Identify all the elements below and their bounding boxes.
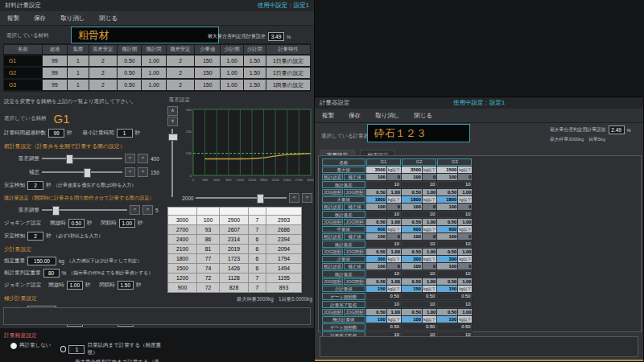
threshold-cell[interactable]: 1800 [437,196,457,203]
value-cell[interactable]: 10 [366,270,401,278]
value-cell[interactable]: 1.00 [423,249,436,255]
value-cell[interactable]: 0 [423,174,436,180]
value-cell[interactable]: 0.50 [366,278,386,285]
correction-slider[interactable] [42,171,122,173]
menu-item[interactable]: 複製 [315,112,341,120]
threshold-cell[interactable]: 1500 [437,167,457,173]
value-cell[interactable]: 0 [458,174,472,180]
small-weight-input[interactable]: 150.00 [27,257,56,265]
value-cell[interactable]: 1.00 [387,309,401,315]
value-cell[interactable]: 0.50 [402,249,422,255]
weigh-row[interactable]: 120072112871195 [168,274,302,283]
x-position-slider[interactable] [196,197,287,199]
value-cell[interactable]: 1.00 [423,189,436,195]
value-cell[interactable]: 10 [402,270,436,278]
value-cell[interactable]: 0 [458,263,472,269]
weigh-row[interactable]: 210081201962094 [168,245,302,254]
weigh-row[interactable]: 900728287893 [168,283,302,293]
value-cell[interactable]: 100 [366,233,386,240]
threshold-cell[interactable]: 1800 [366,196,386,203]
value-cell[interactable]: 0 [423,204,436,210]
value-cell[interactable]: 10 [437,270,472,278]
weigh-row[interactable]: 270093260772686 [168,225,302,235]
threshold-cell[interactable]: 300 [402,256,422,262]
value-cell[interactable]: 10 [402,181,436,188]
weigher-name-input[interactable]: 砕石１２３ [367,124,470,142]
menu-item[interactable]: 保存 [341,112,368,120]
threshold-cell[interactable]: 100 [366,316,386,323]
value-cell[interactable]: 1.00 [387,219,401,225]
material-row[interactable]: G399120.501.0021501.001.501回量の設定 [4,80,310,90]
weigh-row[interactable]: 180077172361794 [168,254,302,264]
chevron-up-icon[interactable]: ∧ [167,106,178,116]
value-cell[interactable]: 0.50 [402,219,422,225]
threshold-cell[interactable]: 3500 [366,167,386,173]
value-cell[interactable]: 1.00 [458,219,472,225]
value-cell[interactable]: 10 [366,181,401,188]
threshold-cell[interactable]: 600 [402,226,422,232]
menu-item[interactable]: 複製 [0,14,27,23]
value-cell[interactable]: 10 [437,241,472,248]
fine-drop-adjust-slider[interactable] [42,209,127,211]
value-cell[interactable]: 100 [402,233,422,240]
value-cell[interactable]: 1.00 [458,249,472,255]
value-cell[interactable]: 100 [366,204,386,210]
value-cell[interactable]: 1.00 [387,249,401,255]
value-cell[interactable]: 0.50 [402,278,422,285]
tolerance-input[interactable]: 2.49 [609,125,625,134]
value-cell[interactable]: 10 [437,301,472,308]
precision-count-input[interactable]: 1 [68,345,85,354]
weigh-row[interactable]: 150074142661494 [168,264,302,274]
threshold-cell[interactable]: 150 [366,286,386,292]
stable-detect-input[interactable]: 2 [27,181,43,190]
value-cell[interactable]: 0.50 [366,189,386,195]
value-cell[interactable]: 0.50 [402,189,422,195]
value-cell[interactable]: 0.50 [366,219,386,225]
threshold-cell[interactable]: 1800 [402,196,422,203]
value-cell[interactable]: 0 [423,233,436,240]
increment-button[interactable]: > [138,167,148,177]
decrement-button[interactable]: < [125,167,135,177]
value-cell[interactable]: 0.50 [437,249,457,255]
jog-open-input[interactable]: 0.50 [68,219,85,228]
value-cell[interactable]: 0.50 [366,309,386,315]
minimum-time-input[interactable]: 1 [117,129,133,138]
increment-button[interactable]: > [138,154,148,163]
value-cell[interactable]: 0.50 [437,293,472,300]
value-cell[interactable]: 0.50 [437,219,457,225]
timeout-input[interactable]: 99 [48,129,64,138]
weigh-row[interactable]: 3000100290072993 [168,216,302,225]
value-cell[interactable]: 1.00 [458,189,472,195]
threshold-cell[interactable]: 600 [437,226,457,232]
fine-stable-input[interactable]: 2 [27,232,43,241]
weigh-row[interactable]: 240086231462394 [168,235,302,245]
value-cell[interactable]: 10 [366,301,401,308]
menu-item[interactable]: 取り消し [53,14,92,23]
value-cell[interactable]: 0.50 [366,293,401,300]
value-cell[interactable]: 0.50 [437,309,457,315]
value-cell[interactable]: 0.50 [402,323,436,331]
threshold-cell[interactable]: 150 [437,286,457,292]
value-cell[interactable]: 100 [437,174,457,180]
value-cell[interactable]: 0 [458,204,472,210]
value-cell[interactable]: 0 [387,174,401,180]
threshold-cell[interactable]: 3500 [402,167,422,173]
value-cell[interactable]: 1.00 [423,219,436,225]
value-cell[interactable]: 10 [402,241,436,248]
value-cell[interactable]: 100 [437,204,457,210]
value-cell[interactable]: 10 [366,211,401,218]
value-cell[interactable]: 0.50 [402,309,422,315]
value-cell[interactable]: 100 [437,263,457,269]
no-reweigh-radio[interactable] [10,343,17,349]
value-cell[interactable]: 10 [437,211,472,218]
increment-button[interactable]: > [302,193,312,203]
value-cell[interactable]: 0.50 [366,323,401,331]
value-cell[interactable]: 0.50 [366,249,386,255]
menu-item[interactable]: 取り消し [368,112,407,120]
decrement-button[interactable]: < [289,193,299,203]
material-row[interactable]: G299120.501.0021501.001.501日量の設定 [4,68,310,78]
threshold-cell[interactable]: 300 [437,256,457,262]
value-cell[interactable]: 100 [437,233,457,240]
value-cell[interactable]: 0 [387,204,401,210]
value-cell[interactable]: 100 [402,174,422,180]
